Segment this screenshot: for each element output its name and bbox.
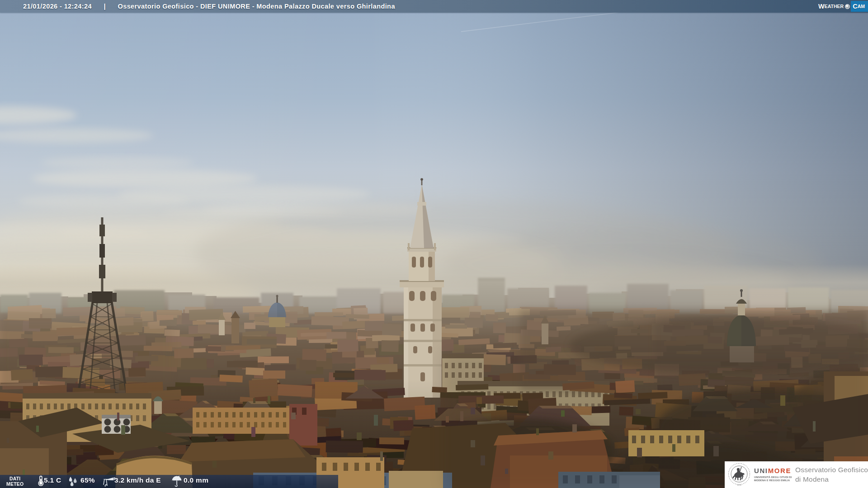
svg-text:1175: 1175 [737, 484, 742, 486]
